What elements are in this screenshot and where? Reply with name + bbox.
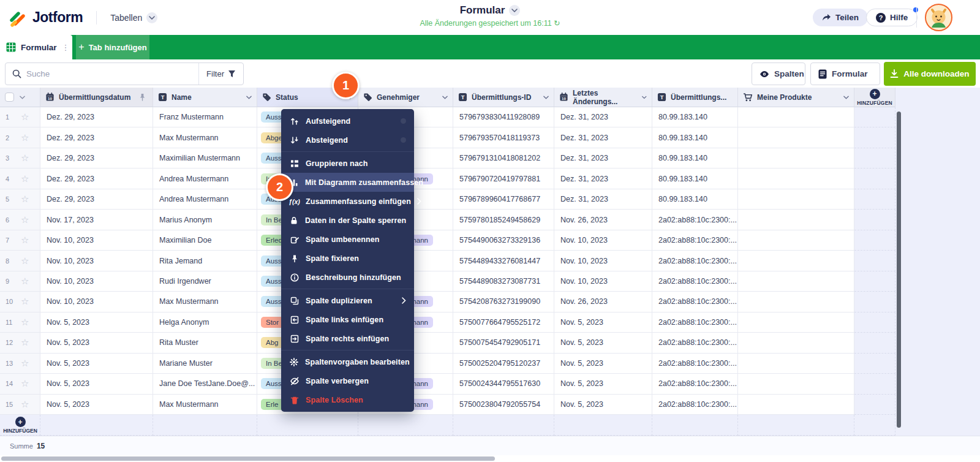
cell-id[interactable]: 5796793570418119373 xyxy=(453,127,554,148)
cell-ip[interactable]: 80.99.183.140 xyxy=(652,107,738,127)
add-row-cell[interactable] xyxy=(554,415,652,436)
row-header[interactable]: 13☆ xyxy=(0,354,40,374)
menu-item-beschreibung-hinzufügen[interactable]: Beschreibung hinzufügen xyxy=(281,268,414,287)
search-input[interactable] xyxy=(21,69,198,78)
cell-date[interactable]: Nov. 5, 2023 xyxy=(40,354,153,374)
cell-ip[interactable]: 2a02:ab88:10c:2300:... xyxy=(652,374,738,394)
cell-products[interactable] xyxy=(738,312,854,333)
column-header-uebermittlungsdatum[interactable]: 10 Übermittlungsdatum xyxy=(40,88,153,107)
star-icon[interactable]: ☆ xyxy=(21,337,29,348)
cell-name[interactable]: Maximilian Doe xyxy=(153,230,257,251)
cell-name[interactable]: Maximilian Mustermann xyxy=(153,148,257,169)
cell-ip[interactable]: 2a02:ab88:10c:2300:... xyxy=(652,251,738,271)
add-row-cell[interactable] xyxy=(153,415,257,436)
cell-modified[interactable]: Dez. 31, 2023 xyxy=(554,189,652,210)
cell-products[interactable] xyxy=(738,271,854,292)
cell-products[interactable] xyxy=(738,107,854,127)
menu-item-spalte-umbenennen[interactable]: Spalte umbenennen xyxy=(281,230,414,249)
column-header-genehmiger[interactable]: Genehmiger xyxy=(358,88,453,107)
cell-name[interactable]: Franz Mustermann xyxy=(153,107,257,127)
tab-menu-icon[interactable]: ⋮ xyxy=(62,46,70,49)
cell-name[interactable]: Rita Jemand xyxy=(153,251,257,271)
column-header-name[interactable]: T Name xyxy=(153,88,257,107)
row-header[interactable]: 12☆ xyxy=(0,333,40,353)
cell-id[interactable]: 5796790720419797881 xyxy=(453,169,554,189)
view-form-button[interactable]: Formular xyxy=(810,62,880,85)
column-header-meine-produkte[interactable]: Meine Produkte xyxy=(738,88,854,107)
cell-name[interactable]: Max Mustermann xyxy=(153,395,257,415)
tab-formular[interactable]: Formular ⋮ xyxy=(0,35,72,59)
cell-ip[interactable]: 80.99.183.140 xyxy=(652,148,738,169)
cell-products[interactable] xyxy=(738,230,854,251)
menu-item-zusammenfassung-einfügen[interactable]: ƒ(x)Zusammenfassung einfügen xyxy=(281,192,414,211)
add-row-band[interactable] xyxy=(0,415,895,436)
cell-products[interactable] xyxy=(738,354,854,374)
add-row-cell[interactable] xyxy=(453,415,554,436)
star-icon[interactable]: ☆ xyxy=(21,173,29,184)
cell-name[interactable]: Rudi Irgendwer xyxy=(153,271,257,292)
cell-name[interactable]: Jane Doe TestJane.Doe@... xyxy=(153,374,257,394)
row-header[interactable]: 4☆ xyxy=(0,169,40,189)
cell-id[interactable]: 5754208763273199090 xyxy=(453,292,554,312)
menu-item-spalte-löschen[interactable]: Spalte Löschen xyxy=(281,390,414,409)
column-header-letztes-aenderungs[interactable]: 10 Letztes Änderungs... xyxy=(554,88,652,107)
menu-item-spalte-fixieren[interactable]: Spalte fixieren xyxy=(281,249,414,268)
row-header[interactable]: 15☆ xyxy=(0,395,40,415)
row-header[interactable]: 9☆ xyxy=(0,271,40,292)
vertical-scrollbar[interactable] xyxy=(897,112,901,428)
cell-ip[interactable]: 2a02:ab88:10c:2300:... xyxy=(652,292,738,312)
row-header[interactable]: 14☆ xyxy=(0,374,40,394)
toggle-dot[interactable] xyxy=(401,118,406,124)
column-header-uebermittlungs[interactable]: T Übermittlungs... xyxy=(652,88,738,107)
cell-date[interactable]: Nov. 5, 2023 xyxy=(40,312,153,333)
cell-date[interactable]: Nov. 5, 2023 xyxy=(40,374,153,394)
chevron-down-icon[interactable] xyxy=(442,96,448,99)
add-row-cell[interactable] xyxy=(257,415,358,436)
star-icon[interactable]: ☆ xyxy=(21,399,29,410)
cell-modified[interactable]: Nov. 5, 2023 xyxy=(554,312,652,333)
cell-name[interactable]: Andrea Mustermann xyxy=(153,169,257,189)
cell-modified[interactable]: Dez. 31, 2023 xyxy=(554,169,652,189)
star-icon[interactable]: ☆ xyxy=(21,256,29,267)
row-header[interactable]: 5☆ xyxy=(0,189,40,210)
cell-modified[interactable]: Nov. 10, 2023 xyxy=(554,251,652,271)
cell-modified[interactable]: Nov. 10, 2023 xyxy=(554,271,652,292)
star-icon[interactable]: ☆ xyxy=(21,132,29,143)
cell-ip[interactable]: 2a02:ab88:10c:2300:... xyxy=(652,395,738,415)
row-header[interactable]: 1☆ xyxy=(0,107,40,127)
cell-products[interactable] xyxy=(738,148,854,169)
star-icon[interactable]: ☆ xyxy=(21,235,29,246)
cell-date[interactable]: Nov. 10, 2023 xyxy=(40,271,153,292)
cell-modified[interactable]: Nov. 5, 2023 xyxy=(554,333,652,353)
cell-id[interactable]: 5750075454792905171 xyxy=(453,333,554,353)
cell-modified[interactable]: Nov. 26, 2023 xyxy=(554,292,652,312)
select-all-header[interactable] xyxy=(0,88,40,107)
cell-id[interactable]: 5750025204795120237 xyxy=(453,354,554,374)
cell-products[interactable] xyxy=(738,251,854,271)
add-row-cell[interactable] xyxy=(738,415,854,436)
cell-modified[interactable]: Nov. 10, 2023 xyxy=(554,230,652,251)
cell-name[interactable]: Max Mustermann xyxy=(153,127,257,148)
menu-item-spaltenvorgaben-bearbeiten[interactable]: Spaltenvorgaben bearbeiten xyxy=(281,352,414,371)
cell-id[interactable]: 5750077664795525172 xyxy=(453,312,554,333)
cell-modified[interactable]: Dez. 31, 2023 xyxy=(554,148,652,169)
row-header[interactable]: 11☆ xyxy=(0,312,40,333)
menu-item-spalte-rechts-einfügen[interactable]: Spalte rechts einfügen xyxy=(281,329,414,348)
star-icon[interactable]: ☆ xyxy=(21,112,29,123)
workspace-switcher[interactable]: Tabellen xyxy=(110,12,157,23)
cell-id[interactable]: 5754489433276081447 xyxy=(453,251,554,271)
cell-date[interactable]: Dez. 29, 2023 xyxy=(40,148,153,169)
cell-products[interactable] xyxy=(738,210,854,230)
help-button[interactable]: ? Hilfe xyxy=(866,9,918,26)
cell-date[interactable]: Nov. 10, 2023 xyxy=(40,292,153,312)
cell-ip[interactable]: 2a02:ab88:10c:2300:... xyxy=(652,333,738,353)
menu-item-mit-diagramm-zusammenfassen[interactable]: Mit Diagramm zusammenfassen xyxy=(281,173,414,192)
document-title[interactable]: Formular xyxy=(460,4,521,17)
cell-modified[interactable]: Nov. 5, 2023 xyxy=(554,354,652,374)
cell-id[interactable]: 5759780185249458629 xyxy=(453,210,554,230)
cell-name[interactable]: Rita Muster xyxy=(153,333,257,353)
add-row-cell[interactable] xyxy=(652,415,738,436)
cell-date[interactable]: Nov. 5, 2023 xyxy=(40,395,153,415)
add-row-cell[interactable] xyxy=(40,415,153,436)
cell-modified[interactable]: Nov. 5, 2023 xyxy=(554,374,652,394)
